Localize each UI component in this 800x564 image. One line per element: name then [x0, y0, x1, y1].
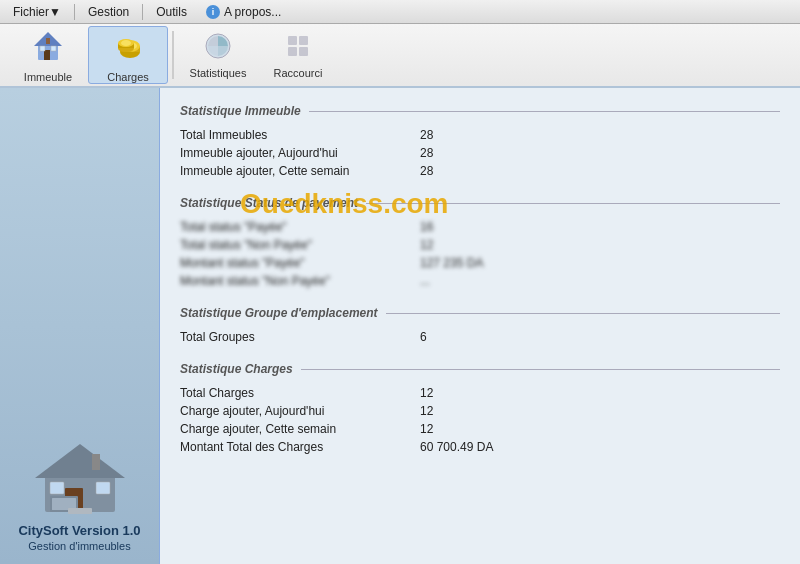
- menu-separator-2: [142, 4, 143, 20]
- toolbar-raccourci-label: Raccourci: [274, 67, 323, 79]
- stat-line-charges: [301, 369, 780, 370]
- stat-value-payement-3: ...: [420, 274, 430, 288]
- menu-gestion[interactable]: Gestion: [79, 2, 138, 22]
- info-icon: i: [206, 5, 220, 19]
- stat-row-charges-2: Charge ajouter, Cette semain 12: [180, 420, 780, 438]
- stat-label-charges-3: Montant Total des Charges: [180, 440, 420, 454]
- menubar: Fichier▼ Gestion Outils i A propos...: [0, 0, 800, 24]
- stat-value-payement-2: 127 235 DA: [420, 256, 483, 270]
- menu-fichier[interactable]: Fichier▼: [4, 2, 70, 22]
- stat-label-emplacement-0: Total Groupes: [180, 330, 420, 344]
- stat-value-charges-1: 12: [420, 404, 433, 418]
- stat-section-payement: Statistique Status de payement Total sta…: [180, 196, 780, 290]
- stat-value-emplacement-0: 6: [420, 330, 427, 344]
- svg-rect-24: [96, 482, 110, 494]
- stat-section-charges: Statistique Charges Total Charges 12 Cha…: [180, 362, 780, 456]
- svg-rect-2: [44, 50, 50, 60]
- stats-icon: [204, 32, 232, 63]
- stat-label-immeuble-0: Total Immeubles: [180, 128, 420, 142]
- toolbar-statistiques-label: Statistiques: [190, 67, 247, 79]
- main-layout: CitySoft Version 1.0 Gestion d'immeubles…: [0, 88, 800, 564]
- stat-row-immeuble-0: Total Immeubles 28: [180, 126, 780, 144]
- toolbar-btn-statistiques[interactable]: Statistiques: [178, 26, 258, 84]
- svg-rect-4: [51, 46, 56, 51]
- stat-value-immeuble-1: 28: [420, 146, 433, 160]
- stat-title-payement: Statistique Status de payement: [180, 196, 358, 210]
- stat-header-emplacement: Statistique Groupe d'emplacement: [180, 306, 780, 320]
- stat-value-charges-0: 12: [420, 386, 433, 400]
- stat-label-immeuble-1: Immeuble ajouter, Aujourd'hui: [180, 146, 420, 160]
- stat-section-emplacement: Statistique Groupe d'emplacement Total G…: [180, 306, 780, 346]
- stat-row-payement-3: Montant status "Non Payée" ...: [180, 272, 780, 290]
- toolbar-immeuble-label: Immeuble: [24, 71, 72, 83]
- stat-section-immeuble: Statistique Immeuble Total Immeubles 28 …: [180, 104, 780, 180]
- stat-label-payement-0: Total status "Payée": [180, 220, 420, 234]
- stat-label-payement-3: Montant status "Non Payée": [180, 274, 420, 288]
- svg-point-14: [121, 40, 131, 46]
- stat-value-charges-2: 12: [420, 422, 433, 436]
- stat-header-charges: Statistique Charges: [180, 362, 780, 376]
- menu-separator-1: [74, 4, 75, 20]
- stat-line-payement: [366, 203, 780, 204]
- content-area: Statistique Immeuble Total Immeubles 28 …: [160, 88, 800, 564]
- stat-row-charges-0: Total Charges 12: [180, 384, 780, 402]
- stat-row-immeuble-2: Immeuble ajouter, Cette semain 28: [180, 162, 780, 180]
- stat-line-immeuble: [309, 111, 780, 112]
- stat-row-payement-2: Montant status "Payée" 127 235 DA: [180, 254, 780, 272]
- svg-rect-19: [299, 47, 308, 56]
- stat-value-payement-0: 16: [420, 220, 433, 234]
- svg-rect-5: [46, 38, 50, 44]
- svg-rect-3: [40, 46, 45, 51]
- stat-value-payement-1: 12: [420, 238, 433, 252]
- sidebar-subtitle: Gestion d'immeubles: [18, 540, 140, 552]
- stat-label-charges-1: Charge ajouter, Aujourd'hui: [180, 404, 420, 418]
- stat-line-emplacement: [386, 313, 780, 314]
- stat-row-payement-0: Total status "Payée" 16: [180, 218, 780, 236]
- stat-row-immeuble-1: Immeuble ajouter, Aujourd'hui 28: [180, 144, 780, 162]
- svg-rect-17: [299, 36, 308, 45]
- stat-row-charges-1: Charge ajouter, Aujourd'hui 12: [180, 402, 780, 420]
- stat-value-immeuble-2: 28: [420, 164, 433, 178]
- toolbar-btn-charges[interactable]: Charges: [88, 26, 168, 84]
- toolbar-btn-raccourci[interactable]: Raccourci: [258, 26, 338, 84]
- toolbar-btn-immeuble[interactable]: Immeuble: [8, 26, 88, 84]
- stat-title-charges: Statistique Charges: [180, 362, 293, 376]
- building-icon: [30, 28, 66, 67]
- stat-row-emplacement-0: Total Groupes 6: [180, 328, 780, 346]
- stat-title-immeuble: Statistique Immeuble: [180, 104, 301, 118]
- stat-label-payement-1: Total status "Non Payée": [180, 238, 420, 252]
- sidebar: CitySoft Version 1.0 Gestion d'immeubles: [0, 88, 160, 564]
- svg-rect-18: [288, 47, 297, 56]
- stat-label-payement-2: Montant status "Payée": [180, 256, 420, 270]
- stat-label-charges-0: Total Charges: [180, 386, 420, 400]
- svg-rect-28: [68, 508, 92, 514]
- stat-row-charges-3: Montant Total des Charges 60 700.49 DA: [180, 438, 780, 456]
- toolbar-charges-label: Charges: [107, 71, 149, 83]
- stat-label-charges-2: Charge ajouter, Cette semain: [180, 422, 420, 436]
- stat-value-charges-3: 60 700.49 DA: [420, 440, 493, 454]
- svg-rect-23: [50, 482, 64, 494]
- stat-header-immeuble: Statistique Immeuble: [180, 104, 780, 118]
- stat-header-payement: Statistique Status de payement: [180, 196, 780, 210]
- stat-title-emplacement: Statistique Groupe d'emplacement: [180, 306, 378, 320]
- menu-outils[interactable]: Outils: [147, 2, 196, 22]
- svg-rect-16: [288, 36, 297, 45]
- stat-row-payement-1: Total status "Non Payée" 12: [180, 236, 780, 254]
- coins-icon: [110, 28, 146, 67]
- toolbar: Immeuble Charges: [0, 24, 800, 88]
- sidebar-logo: CitySoft Version 1.0 Gestion d'immeubles: [18, 436, 140, 552]
- shortcut-icon: [284, 32, 312, 63]
- svg-marker-21: [35, 444, 125, 478]
- stat-value-immeuble-0: 28: [420, 128, 433, 142]
- svg-rect-25: [92, 454, 100, 470]
- menu-apropos-label: A propos...: [224, 5, 281, 19]
- menu-apropos[interactable]: i A propos...: [198, 3, 289, 21]
- toolbar-divider: [172, 31, 174, 79]
- sidebar-title: CitySoft Version 1.0: [18, 523, 140, 540]
- stat-label-immeuble-2: Immeuble ajouter, Cette semain: [180, 164, 420, 178]
